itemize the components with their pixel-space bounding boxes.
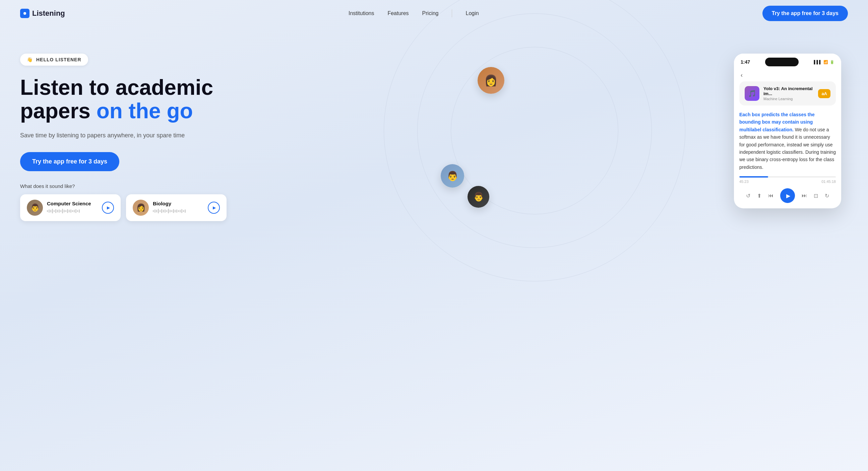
phone-content: Each box predicts the classes the boundi… [734, 111, 841, 176]
nav-pricing[interactable]: Pricing [422, 10, 439, 16]
hero-right: 👩 👨 👨 1:47 ▌▌▌ 📶 🔋 ‹ 🎵 Yolo v3: An incre… [434, 40, 848, 275]
main-play-button[interactable] [780, 188, 795, 203]
audio-avatar-cs: 👨 [27, 200, 43, 216]
audio-title-cs: Computer Science [47, 201, 98, 206]
share-icon[interactable]: ⬆ [757, 193, 762, 199]
hero-title-line2: papers [20, 99, 96, 123]
battery-icon: 🔋 [830, 60, 835, 64]
phone-total-time: 01:45:18 [822, 180, 836, 184]
wave-bar [181, 209, 182, 213]
wave-bar [72, 210, 73, 212]
wave-bar [67, 209, 68, 213]
wave-bar [70, 209, 71, 213]
phone-content-body: We do not use a softmax as we have found… [739, 127, 836, 170]
wave-bar [158, 209, 159, 213]
skip-forward-icon[interactable]: ⏭ [802, 193, 807, 199]
audio-waveform-cs [47, 208, 98, 214]
wave-bar [153, 210, 154, 212]
hero-title: Listen to academic papers on the go [20, 76, 434, 123]
wave-bar [156, 210, 157, 212]
signal-icon: ▌▌▌ [814, 60, 822, 64]
nav-links: Institutions Features Pricing Login [348, 9, 479, 18]
wave-bar [49, 209, 50, 213]
skip-back-icon[interactable]: ⏮ [768, 193, 774, 199]
aa-button[interactable]: aA [818, 89, 831, 98]
hero-left: 👋 HELLO LISTENER Listen to academic pape… [20, 40, 434, 221]
play-button-cs[interactable] [102, 202, 114, 214]
paper-icon: 🎵 [745, 86, 760, 101]
loop-icon[interactable]: ↻ [825, 193, 829, 199]
phone-notch [765, 58, 799, 66]
floating-avatar-3: 👨 [467, 186, 489, 208]
play-button-bio[interactable] [208, 202, 220, 214]
wave-bar [180, 210, 181, 212]
badge-emoji: 👋 [27, 57, 33, 62]
wave-bar [176, 209, 177, 213]
phone-status-bar: 1:47 ▌▌▌ 📶 🔋 [734, 54, 841, 69]
wave-bar [52, 209, 53, 213]
wave-bar [171, 210, 172, 212]
wifi-icon: 📶 [824, 60, 828, 64]
wave-bar [69, 210, 70, 212]
hero-title-line1: Listen to academic [20, 75, 213, 99]
wave-bar [62, 209, 63, 213]
phone-paper-card: 🎵 Yolo v3: An incremental im... Machine … [739, 82, 836, 105]
wave-bar [74, 210, 75, 212]
wave-bar [155, 209, 155, 213]
wave-bar [79, 209, 80, 213]
wave-bar [169, 210, 170, 212]
paper-info: Yolo v3: An incremental im... Machine Le… [764, 86, 814, 101]
hello-badge: 👋 HELLO LISTENER [20, 54, 88, 66]
hero-section: 👋 HELLO LISTENER Listen to academic pape… [0, 27, 868, 471]
nav-login[interactable]: Login [465, 10, 478, 16]
expand-icon[interactable]: ⊡ [814, 193, 818, 199]
hero-cta-button[interactable]: Try the app free for 3 days [20, 152, 119, 171]
audio-waveform-bio [153, 208, 204, 214]
phone-current-time: 45:23 [739, 180, 749, 184]
wave-bar [59, 209, 60, 213]
wave-bar [168, 209, 169, 213]
wave-bar [55, 209, 56, 213]
sound-label: What does it sound like? [20, 183, 434, 189]
phone-controls: ↺ ⬆ ⏮ ⏭ ⊡ ↻ [734, 186, 841, 208]
floating-avatar-2: 👨 [441, 164, 464, 188]
nav-features[interactable]: Features [388, 10, 408, 16]
wave-bar [50, 210, 51, 212]
audio-avatar-bio: 👩 [133, 200, 149, 216]
floating-avatar-1: 👩 [477, 67, 504, 94]
wave-bar [183, 210, 184, 212]
wave-bar [185, 209, 186, 213]
audio-info-cs: Computer Science [47, 201, 98, 214]
rewind-icon[interactable]: ↺ [746, 193, 750, 199]
phone-time-row: 45:23 01:45:18 [734, 178, 841, 186]
nav-cta-button[interactable]: Try the app free for 3 days [763, 6, 848, 21]
logo-icon [20, 9, 30, 18]
audio-title-bio: Biology [153, 201, 204, 206]
wave-bar [75, 209, 76, 213]
wave-bar [60, 210, 61, 212]
hero-title-highlight: on the go [96, 99, 193, 123]
paper-title: Yolo v3: An incremental im... [764, 86, 814, 96]
wave-bar [64, 210, 65, 212]
phone-back-button[interactable]: ‹ [734, 69, 841, 82]
logo[interactable]: Listening [20, 9, 65, 18]
wave-bar [173, 209, 174, 213]
audio-card-bio: 👩 Biology [126, 194, 226, 221]
wave-bar [65, 210, 66, 212]
wave-bar [175, 210, 176, 212]
wave-bar [163, 210, 164, 212]
hero-subtitle: Save time by listening to papers anywher… [20, 131, 434, 140]
wave-bar [47, 210, 48, 212]
wave-bar [54, 210, 55, 212]
nav-institutions[interactable]: Institutions [348, 10, 374, 16]
wave-bar [164, 209, 165, 213]
wave-bar [77, 210, 78, 212]
wave-bar [166, 210, 167, 212]
wave-bar [159, 210, 160, 212]
logo-text: Listening [32, 9, 65, 18]
badge-text: HELLO LISTENER [36, 57, 82, 62]
audio-info-bio: Biology [153, 201, 204, 214]
audio-cards: 👨 Computer Science [20, 194, 434, 221]
wave-bar [57, 210, 58, 212]
paper-category: Machine Learning [764, 97, 814, 101]
